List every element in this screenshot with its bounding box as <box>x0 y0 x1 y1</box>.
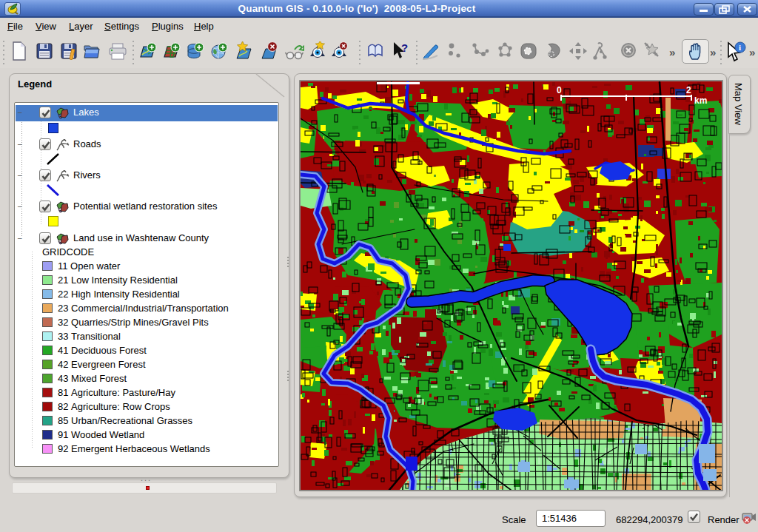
svg-text:i: i <box>739 43 741 52</box>
svg-text:?: ? <box>401 41 408 54</box>
svg-text:km: km <box>694 95 707 106</box>
svg-text:2: 2 <box>686 85 691 95</box>
svg-text:0: 0 <box>557 85 562 95</box>
